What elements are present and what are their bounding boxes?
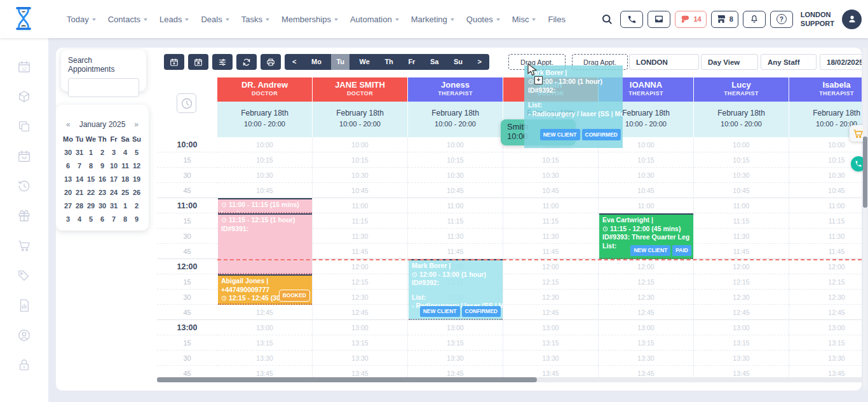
appointment-card[interactable]: Eva Cartwright | 11:15 - 12:00 (45 mins)… <box>599 213 693 259</box>
mini-calendar-prev-button[interactable]: « <box>66 120 71 129</box>
mini-calendar-day[interactable]: 2 <box>131 202 142 210</box>
calendar-date-icon[interactable]: 12 <box>17 60 31 74</box>
mini-calendar-day[interactable]: 31 <box>108 202 119 210</box>
week-next-button[interactable]: > <box>473 54 487 70</box>
filter-button[interactable] <box>212 54 233 70</box>
mini-calendar-day[interactable]: 14 <box>74 175 85 183</box>
date-select[interactable]: 18/02/2025 <box>820 54 862 70</box>
mini-calendar-day[interactable]: 16 <box>97 175 108 183</box>
user-circle-icon[interactable] <box>17 328 31 342</box>
staff-column-header[interactable]: IsabelaTHERAPIST <box>789 77 862 102</box>
appointment-card[interactable]: Mark Borer | 12:00 - 13:00 (1 hour)ID#93… <box>409 259 503 320</box>
mini-calendar-day[interactable]: 30 <box>97 202 108 210</box>
mini-calendar-day[interactable]: 27 <box>62 202 74 210</box>
mini-calendar-day[interactable]: 24 <box>108 189 119 196</box>
vertical-scrollbar-thumb[interactable] <box>863 137 867 208</box>
mini-calendar-day[interactable]: 4 <box>74 215 85 223</box>
mini-calendar-day[interactable]: 3 <box>62 215 74 223</box>
staff-column-header[interactable]: JonessTHERAPIST <box>408 77 503 102</box>
nav-item-files[interactable]: Files <box>548 15 565 24</box>
mini-calendar-day[interactable]: 26 <box>131 189 142 196</box>
staff-select[interactable]: Any Staff <box>761 54 817 70</box>
store-button[interactable]: 8 <box>711 11 738 28</box>
mini-calendar-day[interactable]: 10 <box>108 162 119 170</box>
mini-calendar-day[interactable]: 18 <box>119 175 131 183</box>
mini-calendar-day[interactable]: 8 <box>85 162 97 170</box>
appointment-card[interactable]: Abigail Jones |+447490009777 12:15 - 12:… <box>218 274 312 305</box>
nav-item-misc[interactable]: Misc <box>512 15 536 24</box>
weekday-we-button[interactable]: We <box>355 54 375 70</box>
staff-column-header[interactable]: JANE SMITHDOCTOR <box>313 77 408 102</box>
calendar-add-button[interactable] <box>164 54 184 70</box>
print-button[interactable] <box>261 54 281 70</box>
mini-calendar-day[interactable]: 20 <box>62 189 74 196</box>
nav-item-deals[interactable]: Deals <box>201 15 229 24</box>
view-select[interactable]: Day View <box>701 54 758 70</box>
weekday-tu-button[interactable]: Tu <box>331 54 349 70</box>
mini-calendar-day[interactable]: 8 <box>119 215 131 223</box>
notifications-button[interactable] <box>743 11 766 28</box>
mini-calendar-next-button[interactable]: » <box>134 120 139 129</box>
mini-calendar-day[interactable]: 25 <box>119 189 131 196</box>
mini-calendar-day[interactable]: 22 <box>85 189 97 196</box>
week-prev-button[interactable]: < <box>287 54 301 70</box>
search-appointments-input[interactable] <box>68 78 139 97</box>
weekday-sa-button[interactable]: Sa <box>425 54 444 70</box>
staff-column-header[interactable]: LucyTHERAPIST <box>694 77 789 102</box>
nav-item-marketing[interactable]: Marketing <box>411 15 454 24</box>
mini-calendar-day[interactable]: 29 <box>85 202 97 210</box>
mini-calendar-day[interactable]: 6 <box>62 162 74 170</box>
gift-icon[interactable] <box>17 209 31 223</box>
lock-icon[interactable] <box>17 358 31 372</box>
mini-calendar-day[interactable]: 1 <box>85 149 97 156</box>
mini-calendar-day[interactable]: 19 <box>131 175 142 183</box>
mini-calendar-day[interactable]: 13 <box>62 175 74 183</box>
app-logo-hourglass-icon[interactable] <box>14 6 33 30</box>
mini-calendar-day[interactable]: 4 <box>119 149 131 156</box>
help-button[interactable]: ? <box>770 11 793 28</box>
weekday-su-button[interactable]: Su <box>449 54 468 70</box>
weekday-th-button[interactable]: Th <box>379 54 398 70</box>
nav-item-today[interactable]: Today <box>67 15 96 24</box>
nav-item-contacts[interactable]: Contacts <box>108 15 147 24</box>
appointment-card[interactable]: 11:00 - 11:15 (15 mins)Lunch <box>218 198 312 213</box>
mini-calendar-day[interactable]: 21 <box>74 189 85 196</box>
copy-icon[interactable] <box>17 119 31 133</box>
weekday-fr-button[interactable]: Fr <box>403 54 420 70</box>
mini-calendar-day[interactable]: 3 <box>108 149 119 156</box>
nav-item-memberships[interactable]: Memberships <box>281 15 338 24</box>
location-select[interactable]: LONDON <box>629 54 699 70</box>
mini-calendar-day[interactable]: 17 <box>108 175 119 183</box>
mini-calendar-day[interactable]: 5 <box>131 149 142 156</box>
refresh-button[interactable] <box>236 54 257 70</box>
mini-calendar-day[interactable]: 12 <box>131 162 142 170</box>
appointment-card[interactable]: 11:15 - 12:15 (1 hour)ID#9391: <box>218 213 312 274</box>
horizontal-scrollbar-thumb[interactable] <box>157 377 537 382</box>
search-icon[interactable] <box>601 13 613 25</box>
mini-calendar-day[interactable]: 7 <box>74 162 85 170</box>
calendar-cart-icon[interactable] <box>17 149 31 163</box>
inbox-button[interactable] <box>648 11 670 28</box>
history-icon[interactable] <box>17 179 31 193</box>
mini-calendar-day[interactable]: 7 <box>108 215 119 223</box>
mini-calendar-day[interactable]: 30 <box>62 149 74 156</box>
avatar[interactable] <box>842 10 862 29</box>
package-icon[interactable] <box>17 90 31 104</box>
mini-calendar-day[interactable]: 23 <box>97 189 108 196</box>
mini-calendar-day[interactable]: 9 <box>131 215 142 223</box>
staff-column-header[interactable]: DR. AndrewDOCTOR <box>217 77 313 102</box>
mini-calendar-day[interactable]: 5 <box>85 215 97 223</box>
mini-calendar-day[interactable]: 28 <box>74 202 85 210</box>
weekday-mo-button[interactable]: Mo <box>306 54 327 70</box>
mini-calendar-day[interactable]: 9 <box>97 162 108 170</box>
mini-calendar-day[interactable]: 31 <box>74 149 85 156</box>
tags-icon[interactable] <box>17 269 31 283</box>
mini-calendar-day[interactable]: 15 <box>85 175 97 183</box>
phone-button[interactable] <box>620 11 643 28</box>
cart-icon[interactable] <box>17 239 31 253</box>
nav-item-quotes[interactable]: Quotes <box>466 15 500 24</box>
nav-item-tasks[interactable]: Tasks <box>241 15 269 24</box>
calendar-export-button[interactable] <box>188 54 208 70</box>
nav-item-automation[interactable]: Automation <box>350 15 399 24</box>
mini-calendar-day[interactable]: 1 <box>119 202 131 210</box>
